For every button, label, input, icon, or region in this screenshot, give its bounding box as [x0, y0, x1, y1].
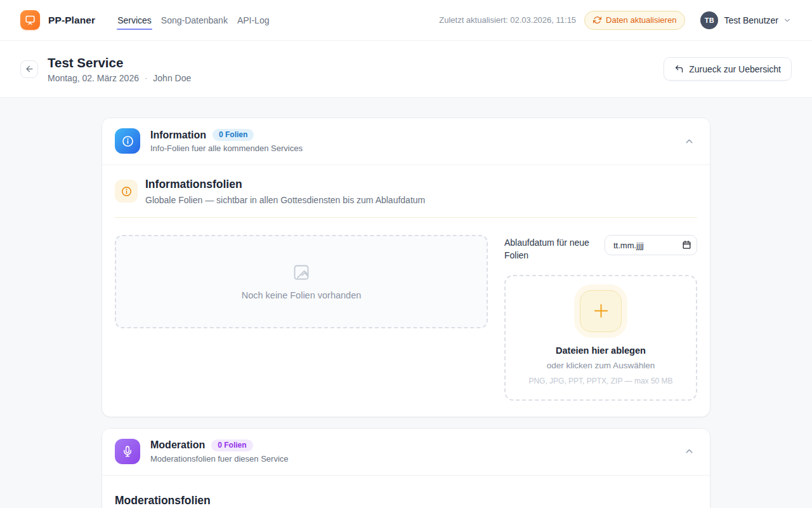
return-arrow-icon — [674, 64, 684, 74]
information-card-titles: Information 0 Folien Info-Folien fuer al… — [150, 129, 303, 153]
service-date: Montag, 02. März 2026 — [48, 73, 139, 83]
informationsfolien-section-header: Informationsfolien Globale Folien — sich… — [115, 178, 697, 205]
information-card-title: Information — [150, 130, 206, 141]
page-title-block: Test Service Montag, 02. März 2026 · Joh… — [48, 55, 191, 83]
user-avatar[interactable]: TB — [700, 11, 718, 29]
last-updated-text: Zuletzt aktualisiert: 02.03.2026, 11:15 — [439, 15, 576, 25]
information-icon — [115, 128, 140, 154]
service-author: John Doe — [153, 73, 191, 83]
page-meta: Montag, 02. März 2026 · John Doe — [48, 73, 191, 83]
moderation-card-header[interactable]: Moderation 0 Folien Moderationsfolien fu… — [102, 429, 710, 476]
app-logo-icon — [20, 10, 40, 30]
add-file-button[interactable] — [580, 290, 622, 332]
informationsfolien-title: Informationsfolien — [145, 178, 425, 191]
microphone-icon — [115, 439, 140, 464]
main-nav: Services Song-Datenbank API-Log — [117, 11, 269, 29]
refresh-icon — [593, 16, 601, 24]
moderation-card-body: Moderationsfolien — [102, 476, 710, 508]
information-card-header[interactable]: Information 0 Folien Info-Folien fuer al… — [102, 118, 710, 165]
information-card-subtitle: Info-Folien fuer alle kommenden Services — [150, 144, 303, 153]
information-slide-count-badge: 0 Folien — [213, 129, 254, 141]
topbar-right-group: Zuletzt aktualisiert: 02.03.2026, 11:15 … — [439, 11, 792, 30]
info-circle-icon — [115, 180, 138, 203]
expiry-date-input[interactable] — [605, 235, 697, 255]
chevron-down-icon[interactable] — [783, 16, 792, 25]
expiry-date-field — [605, 235, 697, 255]
information-collapse-button[interactable] — [681, 133, 697, 149]
empty-state-text: Noch keine Folien vorhanden — [242, 290, 362, 300]
nav-item-services[interactable]: Services — [117, 11, 152, 29]
moderation-card-titles: Moderation 0 Folien Moderationsfolien fu… — [150, 439, 289, 464]
back-button[interactable] — [20, 60, 38, 78]
refresh-button-label: Daten aktualisieren — [606, 15, 676, 25]
page-header: Test Service Montag, 02. März 2026 · Joh… — [0, 41, 812, 98]
slides-empty-state: Noch keine Folien vorhanden — [115, 235, 488, 328]
file-dropzone[interactable]: Dateien hier ablegen oder klicken zum Au… — [504, 275, 697, 401]
brand-group: PP-Planer Services Song-Datenbank API-Lo… — [20, 10, 269, 30]
moderation-collapse-button[interactable] — [681, 443, 697, 459]
moderation-card-title: Moderation — [150, 439, 205, 451]
upload-column: Ablaufdatum für neue Folien — [504, 235, 697, 401]
nav-item-song-datenbank[interactable]: Song-Datenbank — [161, 11, 228, 29]
nav-item-api-log[interactable]: API-Log — [237, 11, 270, 29]
information-card: Information 0 Folien Info-Folien fuer al… — [102, 117, 710, 417]
refresh-data-button[interactable]: Daten aktualisieren — [584, 11, 685, 30]
moderationsfolien-title: Moderationsfolien — [115, 488, 697, 507]
moderation-card-subtitle: Moderationsfolien fuer diesen Service — [150, 454, 289, 464]
main-content: Information 0 Folien Info-Folien fuer al… — [0, 98, 812, 508]
dropzone-hint: PNG, JPG, PPT, PPTX, ZIP — max 50 MB — [528, 377, 672, 385]
meta-separator: · — [145, 73, 147, 83]
user-name[interactable]: Test Benutzer — [724, 15, 778, 25]
app-name: PP-Planer — [48, 15, 95, 26]
moderation-slide-count-badge: 0 Folien — [211, 439, 252, 451]
top-navigation-bar: PP-Planer Services Song-Datenbank API-Lo… — [0, 0, 812, 41]
page-title: Test Service — [48, 55, 191, 70]
expiry-date-label: Ablaufdatum für neue Folien — [504, 235, 597, 262]
section-divider — [115, 217, 697, 218]
dropzone-subtitle: oder klicken zum Auswählen — [547, 361, 655, 370]
information-card-body: Informationsfolien Globale Folien — sich… — [102, 165, 710, 417]
back-to-overview-button[interactable]: Zurueck zur Uebersicht — [664, 57, 792, 81]
moderation-card: Moderation 0 Folien Moderationsfolien fu… — [102, 428, 710, 508]
dropzone-title: Dateien hier ablegen — [556, 345, 646, 356]
image-placeholder-icon — [291, 264, 311, 281]
back-to-overview-label: Zurueck zur Uebersicht — [689, 64, 781, 74]
informationsfolien-subtitle: Globale Folien — sichtbar in allen Gotte… — [145, 195, 425, 205]
